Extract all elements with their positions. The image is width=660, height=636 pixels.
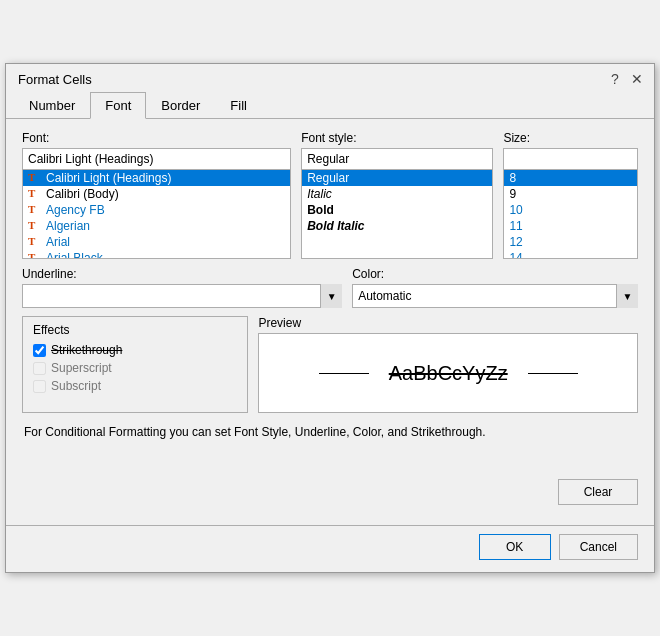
underline-label: Underline: (22, 267, 342, 281)
dialog-title: Format Cells (18, 72, 92, 87)
list-item[interactable]: T Arial (23, 234, 290, 250)
font-list[interactable]: T Calibri Light (Headings) T Calibri (Bo… (23, 170, 290, 258)
underline-select[interactable]: Single Double (22, 284, 342, 308)
font-label: Font: (22, 131, 291, 145)
font-listbox-container: T Calibri Light (Headings) T Calibri (Bo… (22, 148, 291, 259)
list-item[interactable]: 10 (504, 202, 637, 218)
style-listbox-wrap: Regular Italic Bold Bold Italic (301, 148, 493, 259)
cancel-button[interactable]: Cancel (559, 534, 638, 560)
tab-number[interactable]: Number (14, 92, 90, 119)
effects-title: Effects (33, 323, 237, 337)
effects-box: Effects Strikethrough Superscript Subscr… (22, 316, 248, 413)
font-type-icon: T (28, 219, 42, 233)
preview-label: Preview (258, 316, 638, 330)
list-item[interactable]: Italic (302, 186, 492, 202)
list-item[interactable]: 8 (504, 170, 637, 186)
font-type-icon: T (28, 235, 42, 249)
help-button[interactable]: ? (606, 70, 624, 88)
underline-column: Underline: Single Double ▼ (22, 267, 342, 308)
list-item[interactable]: Bold (302, 202, 492, 218)
size-input[interactable] (504, 149, 637, 170)
close-button[interactable]: ✕ (628, 70, 646, 88)
strikethrough-label[interactable]: Strikethrough (51, 343, 122, 357)
style-list[interactable]: Regular Italic Bold Bold Italic (302, 170, 492, 258)
list-item[interactable]: Regular (302, 170, 492, 186)
tab-font[interactable]: Font (90, 92, 146, 119)
spacer (22, 449, 638, 479)
strikethrough-checkbox[interactable] (33, 344, 46, 357)
color-select-wrap: Automatic Black Red ▼ (352, 284, 638, 308)
preview-text: AaBbCcYyZz (389, 362, 508, 385)
style-input[interactable] (302, 149, 492, 170)
info-text: For Conditional Formatting you can set F… (22, 423, 638, 441)
superscript-row: Superscript (33, 361, 237, 375)
list-item[interactable]: T Calibri (Body) (23, 186, 290, 202)
subscript-label[interactable]: Subscript (51, 379, 101, 393)
list-item[interactable]: 14 (504, 250, 637, 258)
preview-line-right (528, 373, 578, 374)
font-column: Font: T Calibri Light (Headings) T Calib… (22, 131, 291, 259)
list-item[interactable]: Bold Italic (302, 218, 492, 234)
tab-fill[interactable]: Fill (215, 92, 262, 119)
subscript-checkbox[interactable] (33, 380, 46, 393)
format-cells-dialog: Format Cells ? ✕ Number Font Border Fill… (5, 63, 655, 573)
dialog-footer: OK Cancel (6, 525, 654, 572)
color-column: Color: Automatic Black Red ▼ (352, 267, 638, 308)
style-listbox-container: Regular Italic Bold Bold Italic (301, 148, 493, 259)
underline-select-wrap: Single Double ▼ (22, 284, 342, 308)
tab-bar: Number Font Border Fill (6, 92, 654, 119)
subscript-row: Subscript (33, 379, 237, 393)
size-listbox-container: 8 9 10 11 12 (503, 148, 638, 259)
tab-border[interactable]: Border (146, 92, 215, 119)
font-type-icon: T (28, 251, 42, 258)
font-style-size-row: Font: T Calibri Light (Headings) T Calib… (22, 131, 638, 259)
preview-box: AaBbCcYyZz (258, 333, 638, 413)
title-bar: Format Cells ? ✕ (6, 64, 654, 92)
font-type-icon: T (28, 203, 42, 217)
list-item[interactable]: 12 (504, 234, 637, 250)
clear-row: Clear (22, 479, 638, 505)
size-list[interactable]: 8 9 10 11 12 (504, 170, 637, 258)
list-item[interactable]: T Agency FB (23, 202, 290, 218)
underline-color-row: Underline: Single Double ▼ Color: Automa… (22, 267, 638, 308)
strikethrough-row: Strikethrough (33, 343, 237, 357)
clear-button[interactable]: Clear (558, 479, 638, 505)
list-item[interactable]: 11 (504, 218, 637, 234)
ok-button[interactable]: OK (479, 534, 551, 560)
size-listbox-wrap: 8 9 10 11 12 (503, 148, 638, 259)
list-item[interactable]: T Arial Black (23, 250, 290, 258)
style-label: Font style: (301, 131, 493, 145)
font-listbox-wrap: T Calibri Light (Headings) T Calibri (Bo… (22, 148, 291, 259)
superscript-checkbox[interactable] (33, 362, 46, 375)
preview-line-left (319, 373, 369, 374)
color-select[interactable]: Automatic Black Red (352, 284, 638, 308)
font-input[interactable] (23, 149, 290, 170)
effects-preview-row: Effects Strikethrough Superscript Subscr… (22, 316, 638, 413)
style-column: Font style: Regular Italic Bold (301, 131, 493, 259)
list-item[interactable]: 9 (504, 186, 637, 202)
preview-content: AaBbCcYyZz (319, 362, 578, 385)
font-type-icon: T (28, 171, 42, 185)
list-item[interactable]: T Algerian (23, 218, 290, 234)
size-column: Size: 8 9 10 (503, 131, 638, 259)
preview-section: Preview AaBbCcYyZz (258, 316, 638, 413)
dialog-body: Font: T Calibri Light (Headings) T Calib… (6, 119, 654, 525)
superscript-label[interactable]: Superscript (51, 361, 112, 375)
font-type-icon: T (28, 187, 42, 201)
list-item[interactable]: T Calibri Light (Headings) (23, 170, 290, 186)
color-label: Color: (352, 267, 638, 281)
size-label: Size: (503, 131, 638, 145)
title-bar-buttons: ? ✕ (606, 70, 646, 88)
